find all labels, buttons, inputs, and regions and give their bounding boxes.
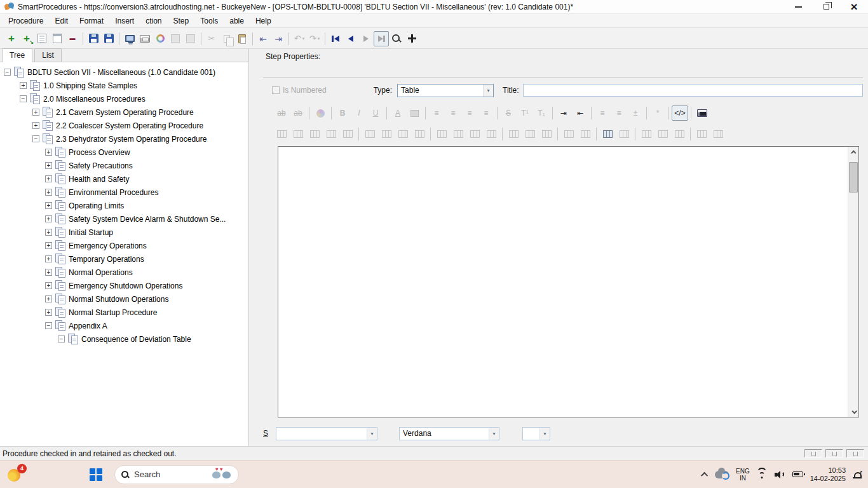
html-source[interactable]: </>: [672, 105, 688, 121]
refresh[interactable]: [153, 31, 168, 46]
size-select[interactable]: ▾: [522, 427, 550, 440]
tree-item[interactable]: +1.0 Shipping State Samples: [0, 79, 248, 92]
menu-table[interactable]: able: [224, 15, 250, 27]
tree-item[interactable]: −BDLTU Section VII - Miscellaneous (1.0 …: [0, 65, 248, 79]
tree-item[interactable]: +Safety System Device Alarm & Shutdown S…: [0, 212, 248, 226]
add-child-step[interactable]: +: [19, 31, 34, 46]
html-source-editor[interactable]: [278, 146, 859, 417]
paste[interactable]: [234, 31, 250, 46]
tree-expand-toggle[interactable]: −: [32, 135, 39, 142]
form-view[interactable]: [50, 31, 65, 46]
tab-tree[interactable]: Tree: [2, 48, 32, 62]
tree-item[interactable]: −Consequence of Deviation Table: [0, 332, 248, 346]
notification-bell-icon[interactable]: z: [853, 470, 862, 479]
restore-button[interactable]: [812, 0, 840, 13]
step-outline-view[interactable]: [34, 31, 50, 46]
title-input[interactable]: [523, 84, 863, 97]
scroll-up-icon[interactable]: [848, 147, 859, 158]
taskbar-search[interactable]: Search: [114, 465, 239, 484]
tree-expand-toggle[interactable]: +: [45, 255, 52, 262]
menu-format[interactable]: Format: [74, 15, 109, 27]
indent-increase[interactable]: ⇥: [555, 105, 572, 121]
tree-expand-toggle[interactable]: −: [20, 95, 27, 102]
clock[interactable]: 10:53 14-02-2025: [810, 466, 846, 483]
tree-item[interactable]: +Normal Startup Procedure: [0, 306, 248, 319]
save[interactable]: [101, 31, 116, 46]
tree-item[interactable]: +Operating Limits: [0, 199, 248, 212]
style-select[interactable]: ▾: [276, 427, 377, 440]
wifi-icon[interactable]: [757, 470, 768, 478]
find-text[interactable]: [389, 31, 404, 46]
tree-expand-toggle[interactable]: +: [32, 109, 39, 116]
tree-item[interactable]: +Normal Shutdown Operations: [0, 292, 248, 306]
tree-item[interactable]: +2.1 Cavern System Operating Procedure: [0, 105, 248, 119]
tree-expand-toggle[interactable]: +: [45, 149, 52, 156]
add-step[interactable]: +: [4, 31, 19, 46]
tree-expand-toggle[interactable]: +: [45, 175, 52, 182]
minimize-button[interactable]: [784, 0, 812, 13]
tree-item[interactable]: −2.3 Dehydrator System Operating Procedu…: [0, 132, 248, 146]
tree-expand-toggle[interactable]: +: [45, 189, 52, 196]
tree-expand-toggle[interactable]: +: [45, 295, 52, 302]
tree-item[interactable]: +Environmental Procedures: [0, 186, 248, 199]
tree-item[interactable]: +Initial Startup: [0, 226, 248, 239]
tree-expand-toggle[interactable]: −: [58, 336, 65, 342]
tree-item[interactable]: +2.2 Coalescer System Operating Procedur…: [0, 119, 248, 132]
tree-item[interactable]: +Temporary Operations: [0, 252, 248, 266]
battery-icon[interactable]: [792, 471, 803, 477]
menu-edit[interactable]: Edit: [49, 15, 74, 27]
tree-expand-toggle[interactable]: +: [45, 282, 52, 289]
tree-expand-toggle[interactable]: +: [45, 269, 52, 276]
code-area[interactable]: [278, 147, 848, 417]
menu-step[interactable]: Step: [168, 15, 195, 27]
tree-expand-toggle[interactable]: −: [45, 322, 52, 329]
tree-item[interactable]: −2.0 Miscellaneous Procedures: [0, 92, 248, 105]
menu-procedure[interactable]: Procedure: [3, 15, 49, 27]
tree-item[interactable]: +Normal Operations: [0, 266, 248, 279]
tree-item[interactable]: +Safety Precautions: [0, 159, 248, 172]
tab-list[interactable]: List: [34, 48, 62, 62]
menu-help[interactable]: Help: [250, 15, 277, 27]
scrollbar-thumb[interactable]: [849, 162, 858, 193]
tree-item[interactable]: +Health and Safety: [0, 172, 248, 186]
tree-expand-toggle[interactable]: +: [45, 215, 52, 222]
nav-last[interactable]: [374, 31, 389, 46]
tray-overflow-icon[interactable]: [701, 471, 708, 478]
close-button[interactable]: ×: [840, 0, 868, 13]
delete-step[interactable]: ▬: [65, 31, 80, 46]
tree-expand-toggle[interactable]: +: [45, 242, 52, 249]
menu-section[interactable]: ction: [140, 15, 167, 27]
tree-expand-toggle[interactable]: +: [32, 122, 39, 129]
check-in[interactable]: [86, 31, 101, 46]
menu-insert[interactable]: Insert: [109, 15, 140, 27]
tree-expand-toggle[interactable]: +: [45, 229, 52, 236]
volume-icon[interactable]: [775, 470, 785, 478]
indent-decrease[interactable]: ⇤: [572, 105, 588, 121]
tree-expand-toggle[interactable]: +: [20, 82, 27, 89]
type-select[interactable]: Table ▾: [397, 84, 494, 97]
tree-expand-toggle[interactable]: +: [45, 309, 52, 316]
add-table[interactable]: [599, 126, 616, 142]
tree-expand-toggle[interactable]: +: [45, 162, 52, 169]
editor-scrollbar[interactable]: [848, 147, 858, 417]
menu-tools[interactable]: Tools: [194, 15, 224, 27]
tree-item[interactable]: +Process Overview: [0, 146, 248, 159]
print-step[interactable]: [694, 105, 710, 121]
move-step[interactable]: [404, 31, 419, 46]
nav-next[interactable]: [358, 31, 374, 46]
tree-item[interactable]: −Appendix A: [0, 319, 248, 332]
taskbar-start[interactable]: [83, 462, 109, 487]
onedrive-icon[interactable]: [715, 471, 729, 478]
tree-item[interactable]: +Emergency Shutdown Operations: [0, 279, 248, 292]
font-select[interactable]: Verdana ▾: [399, 427, 499, 440]
insert-symbol[interactable]: [312, 105, 329, 121]
tree-item[interactable]: +Emergency Operations: [0, 239, 248, 252]
scroll-down-icon[interactable]: [848, 406, 859, 417]
widgets-weather-icon[interactable]: 4: [6, 465, 25, 484]
nav-first[interactable]: [328, 31, 343, 46]
print-procedure[interactable]: [137, 31, 153, 46]
tree-expand-toggle[interactable]: +: [45, 202, 52, 209]
nav-previous[interactable]: [343, 31, 358, 46]
tree-expand-toggle[interactable]: −: [4, 69, 11, 76]
publish[interactable]: [122, 31, 137, 46]
